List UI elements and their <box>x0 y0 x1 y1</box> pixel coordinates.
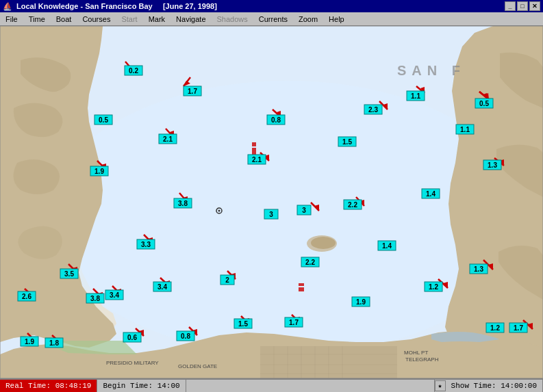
maximize-button[interactable]: □ <box>517 1 528 11</box>
close-button[interactable]: ✕ <box>529 1 540 11</box>
svg-text:3.4: 3.4 <box>157 283 167 291</box>
menu-help[interactable]: Help <box>323 14 350 25</box>
svg-text:1.9: 1.9 <box>356 298 366 306</box>
svg-point-81 <box>218 210 220 212</box>
svg-text:1.4: 1.4 <box>382 242 392 250</box>
menu-courses[interactable]: Courses <box>77 14 116 25</box>
svg-text:3.3: 3.3 <box>141 241 151 248</box>
svg-text:3: 3 <box>269 211 273 218</box>
begin-time-label: Begin Time: 14:00 <box>103 382 179 390</box>
svg-text:2.2: 2.2 <box>348 201 357 209</box>
svg-text:TELEGRAPH: TELEGRAPH <box>405 356 439 363</box>
svg-text:2.6: 2.6 <box>22 293 31 300</box>
spacer-section <box>186 380 435 392</box>
svg-text:1.7: 1.7 <box>514 324 523 332</box>
real-time-label: Real Time: <box>5 382 51 390</box>
show-time-label: Show Time: 14:00:00 <box>451 382 537 390</box>
svg-text:2.3: 2.3 <box>368 106 378 114</box>
svg-text:1.8: 1.8 <box>49 339 59 347</box>
svg-rect-16 <box>252 148 256 155</box>
menu-bar: File Time Boat Courses Start Mark Naviga… <box>0 12 543 26</box>
svg-text:3: 3 <box>302 207 306 214</box>
svg-text:1.7: 1.7 <box>188 88 197 95</box>
menu-file[interactable]: File <box>0 14 23 25</box>
svg-text:GOLDEN GATE: GOLDEN GATE <box>178 363 217 369</box>
menu-boat[interactable]: Boat <box>51 14 77 25</box>
begin-time-section: Begin Time: 14:00 <box>97 380 186 392</box>
svg-text:MOHL PT: MOHL PT <box>404 350 428 356</box>
title-bar: ⛵ Local Knowledge - San Francisco Bay [J… <box>0 0 543 12</box>
svg-rect-18 <box>299 287 304 291</box>
svg-text:2.2: 2.2 <box>305 259 315 266</box>
map-svg: SAN F <box>0 26 543 378</box>
svg-text:1.5: 1.5 <box>342 138 352 146</box>
svg-text:0.2: 0.2 <box>129 67 138 75</box>
app-icon: ⛵ <box>3 2 12 11</box>
menu-time[interactable]: Time <box>23 14 51 25</box>
svg-text:1.1: 1.1 <box>460 126 470 133</box>
show-time-section: Show Time: 14:00:00 <box>446 380 543 392</box>
svg-text:0.8: 0.8 <box>181 332 190 340</box>
svg-text:2.1: 2.1 <box>252 156 262 164</box>
minimize-button[interactable]: _ <box>505 1 516 11</box>
menu-navigate[interactable]: Navigate <box>171 14 211 25</box>
svg-text:1.1: 1.1 <box>411 92 420 100</box>
svg-text:1.9: 1.9 <box>25 338 34 345</box>
menu-currents[interactable]: Currents <box>253 14 293 25</box>
svg-text:0.5: 0.5 <box>99 116 108 124</box>
svg-text:1.5: 1.5 <box>238 320 248 328</box>
svg-text:0.8: 0.8 <box>271 116 281 124</box>
svg-text:1.7: 1.7 <box>289 319 299 326</box>
svg-text:2.1: 2.1 <box>163 135 173 143</box>
map-container[interactable]: SAN F <box>0 26 543 378</box>
svg-text:1.2: 1.2 <box>429 283 438 291</box>
real-time-value: 08:48:19 <box>55 382 92 390</box>
svg-rect-19 <box>299 283 304 286</box>
menu-start[interactable]: Start <box>116 14 142 25</box>
svg-text:SAN  F: SAN F <box>397 63 466 78</box>
svg-text:PRESIDIO MILITARY: PRESIDIO MILITARY <box>106 360 159 366</box>
window-title: Local Knowledge - San Francisco Bay [Jun… <box>16 2 217 10</box>
window-controls: _ □ ✕ <box>505 1 540 11</box>
svg-text:1.9: 1.9 <box>94 168 104 175</box>
svg-text:3.8: 3.8 <box>178 200 188 207</box>
svg-text:1.3: 1.3 <box>488 161 497 169</box>
svg-text:3.4: 3.4 <box>110 291 119 299</box>
svg-rect-17 <box>252 142 256 146</box>
svg-text:1.3: 1.3 <box>474 265 483 273</box>
star-button[interactable]: ★ <box>435 380 446 391</box>
svg-text:0.5: 0.5 <box>479 100 489 107</box>
svg-text:1.4: 1.4 <box>426 190 435 198</box>
svg-text:3.8: 3.8 <box>90 295 100 302</box>
svg-text:1.2: 1.2 <box>490 324 500 332</box>
status-bar: Real Time: 08:48:19 Begin Time: 14:00 ★ … <box>0 378 543 392</box>
svg-text:2: 2 <box>225 276 229 284</box>
svg-point-4 <box>311 237 336 249</box>
real-time-section: Real Time: 08:48:19 <box>0 380 97 392</box>
svg-text:3.5: 3.5 <box>64 270 74 278</box>
svg-text:0.6: 0.6 <box>127 334 137 341</box>
menu-shadows[interactable]: Shadows <box>212 14 253 25</box>
title-text: ⛵ Local Knowledge - San Francisco Bay [J… <box>3 2 217 11</box>
menu-mark[interactable]: Mark <box>143 14 171 25</box>
menu-zoom[interactable]: Zoom <box>293 14 323 25</box>
